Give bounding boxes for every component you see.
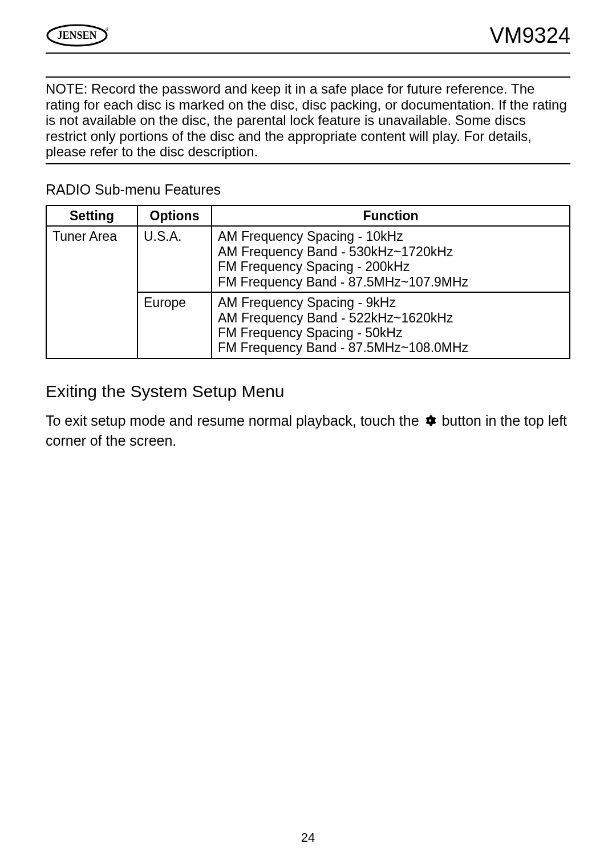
- exit-text-before: To exit setup mode and resume normal pla…: [46, 413, 423, 429]
- model-number: VM9324: [489, 23, 570, 48]
- func-line: FM Frequency Spacing - 50kHz: [218, 325, 564, 340]
- svg-point-3: [429, 419, 431, 422]
- cell-function: AM Frequency Spacing - 9kHz AM Frequency…: [212, 292, 570, 358]
- func-line: FM Frequency Band - 87.5MHz~107.9MHz: [218, 274, 564, 289]
- col-header-options: Options: [137, 205, 212, 226]
- func-line: AM Frequency Band - 522kHz~1620kHz: [218, 310, 564, 325]
- func-line: AM Frequency Spacing - 9kHz: [218, 295, 564, 310]
- cell-function: AM Frequency Spacing - 10kHz AM Frequenc…: [212, 226, 570, 292]
- col-header-function: Function: [212, 205, 570, 226]
- func-line: AM Frequency Band - 530kHz~1720kHz: [218, 244, 564, 259]
- note-block: NOTE: Record the password and keep it in…: [46, 76, 570, 164]
- col-header-setting: Setting: [46, 205, 137, 226]
- func-line: FM Frequency Spacing - 200kHz: [218, 259, 564, 274]
- svg-text:®: ®: [106, 27, 108, 32]
- cell-setting: Tuner Area: [46, 226, 137, 358]
- exit-paragraph: To exit setup mode and resume normal pla…: [46, 411, 570, 450]
- table-row: Tuner Area U.S.A. AM Frequency Spacing -…: [46, 226, 570, 292]
- svg-text:JENSEN: JENSEN: [57, 30, 96, 41]
- page-number: 24: [0, 830, 616, 845]
- cell-option: U.S.A.: [137, 226, 212, 292]
- note-text: NOTE: Record the password and keep it in…: [46, 81, 567, 159]
- radio-submenu-title: RADIO Sub-menu Features: [46, 181, 570, 198]
- cell-option: Europe: [137, 292, 212, 358]
- gear-icon: [424, 413, 436, 431]
- exit-section-title: Exiting the System Setup Menu: [46, 382, 570, 401]
- func-line: FM Frequency Band - 87.5MHz~108.0MHz: [218, 340, 564, 355]
- radio-features-table: Setting Options Function Tuner Area U.S.…: [46, 205, 570, 359]
- brand-logo: JENSEN ®: [46, 23, 108, 48]
- page-header: JENSEN ® VM9324: [46, 23, 570, 54]
- func-line: AM Frequency Spacing - 10kHz: [218, 229, 564, 244]
